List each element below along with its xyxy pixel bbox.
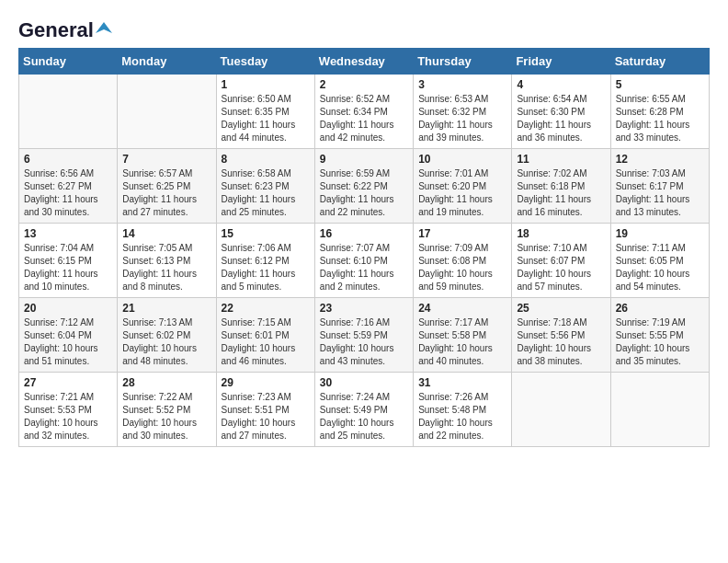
calendar-cell: 11 Sunrise: 7:02 AMSunset: 6:18 PMDaylig… — [512, 149, 610, 224]
calendar-cell: 26 Sunrise: 7:19 AMSunset: 5:55 PMDaylig… — [610, 298, 709, 373]
day-info: Sunrise: 7:18 AMSunset: 5:56 PMDaylight:… — [517, 316, 605, 368]
day-info: Sunrise: 6:50 AMSunset: 6:35 PMDaylight:… — [222, 93, 310, 144]
calendar-cell — [19, 75, 118, 149]
logo: General — [18, 18, 112, 39]
day-info: Sunrise: 7:09 AMSunset: 6:08 PMDaylight:… — [418, 242, 506, 293]
calendar-cell: 12 Sunrise: 7:03 AMSunset: 6:17 PMDaylig… — [610, 149, 709, 224]
day-number: 6 — [24, 153, 112, 166]
day-info: Sunrise: 7:16 AMSunset: 5:59 PMDaylight:… — [320, 316, 408, 368]
day-info: Sunrise: 7:26 AMSunset: 5:48 PMDaylight:… — [418, 391, 506, 442]
calendar-cell: 21 Sunrise: 7:13 AMSunset: 6:02 PMDaylig… — [118, 298, 216, 373]
day-info: Sunrise: 7:05 AMSunset: 6:13 PMDaylight:… — [122, 242, 210, 293]
calendar-cell: 30 Sunrise: 7:24 AMSunset: 5:49 PMDaylig… — [314, 373, 413, 447]
day-number: 31 — [418, 376, 506, 389]
day-number: 1 — [222, 78, 310, 91]
calendar-cell: 20 Sunrise: 7:12 AMSunset: 6:04 PMDaylig… — [19, 298, 118, 373]
day-info: Sunrise: 7:22 AMSunset: 5:52 PMDaylight:… — [122, 391, 210, 442]
calendar-cell: 15 Sunrise: 7:06 AMSunset: 6:12 PMDaylig… — [216, 224, 314, 298]
day-number: 11 — [517, 153, 605, 166]
day-info: Sunrise: 7:13 AMSunset: 6:02 PMDaylight:… — [122, 316, 210, 368]
day-info: Sunrise: 7:06 AMSunset: 6:12 PMDaylight:… — [222, 242, 310, 293]
day-number: 23 — [320, 302, 408, 315]
day-number: 13 — [24, 227, 112, 240]
day-info: Sunrise: 7:02 AMSunset: 6:18 PMDaylight:… — [517, 167, 605, 219]
calendar-header-row: SundayMondayTuesdayWednesdayThursdayFrid… — [19, 49, 710, 75]
calendar-table: SundayMondayTuesdayWednesdayThursdayFrid… — [18, 48, 710, 447]
day-number: 28 — [122, 376, 210, 389]
day-number: 22 — [222, 302, 310, 315]
day-info: Sunrise: 7:17 AMSunset: 5:58 PMDaylight:… — [418, 316, 506, 368]
calendar-cell: 27 Sunrise: 7:21 AMSunset: 5:53 PMDaylig… — [19, 373, 118, 447]
day-number: 5 — [616, 78, 704, 91]
day-info: Sunrise: 7:15 AMSunset: 6:01 PMDaylight:… — [222, 316, 310, 368]
day-number: 27 — [24, 376, 112, 389]
calendar-cell: 13 Sunrise: 7:04 AMSunset: 6:15 PMDaylig… — [19, 224, 118, 298]
calendar-header-friday: Friday — [512, 49, 610, 75]
day-number: 21 — [122, 302, 210, 315]
day-info: Sunrise: 7:04 AMSunset: 6:15 PMDaylight:… — [24, 242, 112, 293]
calendar-cell: 5 Sunrise: 6:55 AMSunset: 6:28 PMDayligh… — [610, 75, 709, 149]
day-number: 10 — [418, 153, 506, 166]
calendar-cell: 17 Sunrise: 7:09 AMSunset: 6:08 PMDaylig… — [414, 224, 512, 298]
calendar-header-sunday: Sunday — [19, 49, 118, 75]
calendar-cell: 1 Sunrise: 6:50 AMSunset: 6:35 PMDayligh… — [216, 75, 314, 149]
logo-bird-icon — [96, 20, 112, 37]
calendar-cell: 10 Sunrise: 7:01 AMSunset: 6:20 PMDaylig… — [414, 149, 512, 224]
calendar-cell: 19 Sunrise: 7:11 AMSunset: 6:05 PMDaylig… — [610, 224, 709, 298]
day-info: Sunrise: 7:03 AMSunset: 6:17 PMDaylight:… — [616, 167, 704, 219]
calendar-cell: 6 Sunrise: 6:56 AMSunset: 6:27 PMDayligh… — [19, 149, 118, 224]
day-number: 9 — [320, 153, 408, 166]
day-info: Sunrise: 6:58 AMSunset: 6:23 PMDaylight:… — [222, 167, 310, 219]
day-info: Sunrise: 7:12 AMSunset: 6:04 PMDaylight:… — [24, 316, 112, 368]
calendar-cell: 16 Sunrise: 7:07 AMSunset: 6:10 PMDaylig… — [314, 224, 413, 298]
calendar-cell — [512, 373, 610, 447]
calendar-cell: 31 Sunrise: 7:26 AMSunset: 5:48 PMDaylig… — [414, 373, 512, 447]
day-info: Sunrise: 7:23 AMSunset: 5:51 PMDaylight:… — [222, 391, 310, 442]
calendar-cell: 14 Sunrise: 7:05 AMSunset: 6:13 PMDaylig… — [118, 224, 216, 298]
day-number: 29 — [222, 376, 310, 389]
calendar-week-row: 27 Sunrise: 7:21 AMSunset: 5:53 PMDaylig… — [19, 373, 710, 447]
day-info: Sunrise: 6:54 AMSunset: 6:30 PMDaylight:… — [517, 93, 605, 144]
day-number: 30 — [320, 376, 408, 389]
day-info: Sunrise: 6:56 AMSunset: 6:27 PMDaylight:… — [24, 167, 112, 219]
day-info: Sunrise: 7:21 AMSunset: 5:53 PMDaylight:… — [24, 391, 112, 442]
day-number: 14 — [122, 227, 210, 240]
calendar-cell — [118, 75, 216, 149]
calendar-cell: 22 Sunrise: 7:15 AMSunset: 6:01 PMDaylig… — [216, 298, 314, 373]
calendar-header-saturday: Saturday — [610, 49, 709, 75]
calendar-cell: 3 Sunrise: 6:53 AMSunset: 6:32 PMDayligh… — [414, 75, 512, 149]
day-info: Sunrise: 7:11 AMSunset: 6:05 PMDaylight:… — [616, 242, 704, 293]
calendar-cell: 9 Sunrise: 6:59 AMSunset: 6:22 PMDayligh… — [314, 149, 413, 224]
day-number: 19 — [616, 227, 704, 240]
calendar-week-row: 6 Sunrise: 6:56 AMSunset: 6:27 PMDayligh… — [19, 149, 710, 224]
day-info: Sunrise: 6:53 AMSunset: 6:32 PMDaylight:… — [418, 93, 506, 144]
day-info: Sunrise: 6:57 AMSunset: 6:25 PMDaylight:… — [122, 167, 210, 219]
day-number: 3 — [418, 78, 506, 91]
day-number: 4 — [517, 78, 605, 91]
day-number: 18 — [517, 227, 605, 240]
day-info: Sunrise: 7:10 AMSunset: 6:07 PMDaylight:… — [517, 242, 605, 293]
day-number: 17 — [418, 227, 506, 240]
day-number: 26 — [616, 302, 704, 315]
day-info: Sunrise: 6:59 AMSunset: 6:22 PMDaylight:… — [320, 167, 408, 219]
calendar-cell: 4 Sunrise: 6:54 AMSunset: 6:30 PMDayligh… — [512, 75, 610, 149]
day-number: 20 — [24, 302, 112, 315]
calendar-cell: 8 Sunrise: 6:58 AMSunset: 6:23 PMDayligh… — [216, 149, 314, 224]
calendar-cell: 7 Sunrise: 6:57 AMSunset: 6:25 PMDayligh… — [118, 149, 216, 224]
calendar-cell: 18 Sunrise: 7:10 AMSunset: 6:07 PMDaylig… — [512, 224, 610, 298]
calendar-header-wednesday: Wednesday — [314, 49, 413, 75]
day-number: 8 — [222, 153, 310, 166]
svg-marker-0 — [96, 22, 112, 33]
calendar-week-row: 20 Sunrise: 7:12 AMSunset: 6:04 PMDaylig… — [19, 298, 710, 373]
day-number: 2 — [320, 78, 408, 91]
day-number: 25 — [517, 302, 605, 315]
calendar-week-row: 1 Sunrise: 6:50 AMSunset: 6:35 PMDayligh… — [19, 75, 710, 149]
calendar-header-thursday: Thursday — [414, 49, 512, 75]
header: General — [18, 18, 710, 39]
calendar-cell: 24 Sunrise: 7:17 AMSunset: 5:58 PMDaylig… — [414, 298, 512, 373]
day-number: 12 — [616, 153, 704, 166]
day-number: 15 — [222, 227, 310, 240]
logo-general: General — [18, 18, 94, 42]
calendar-week-row: 13 Sunrise: 7:04 AMSunset: 6:15 PMDaylig… — [19, 224, 710, 298]
calendar-header-tuesday: Tuesday — [216, 49, 314, 75]
